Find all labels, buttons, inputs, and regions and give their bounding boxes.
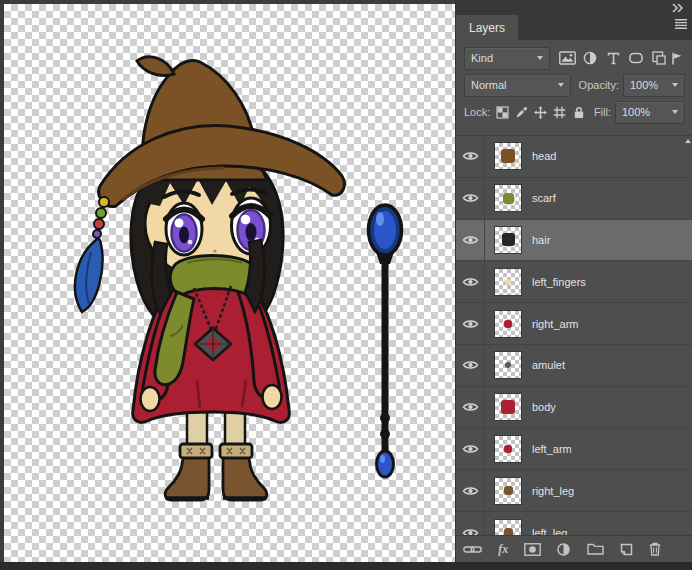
eye-icon [462,318,479,330]
opacity-dropdown[interactable]: 100% [623,74,685,97]
lock-artboards-button[interactable] [551,102,568,122]
artboard-icon [553,106,566,119]
blend-mode-value: Normal [471,79,506,91]
layer-visibility-toggle[interactable] [456,220,485,261]
layer-name[interactable]: body [532,401,556,413]
layer-row[interactable]: right_leg [456,470,692,512]
layer-row[interactable]: left_leg [456,512,692,535]
layer-thumbnail[interactable] [494,142,522,170]
filter-shape-layers-button[interactable] [626,48,647,68]
fill-label: Fill: [594,106,611,118]
status-bar-strip [0,562,692,570]
kind-filter-dropdown[interactable]: Kind [464,47,550,70]
opacity-value: 100% [630,79,658,91]
layer-visibility-toggle[interactable] [456,178,485,219]
move-icon [534,106,547,119]
fx-icon: fx [498,542,508,557]
layer-thumb-content [504,486,513,495]
filter-type-layers-button[interactable] [603,48,624,68]
layer-row[interactable]: head [456,136,692,178]
layer-name[interactable]: left_arm [532,443,572,455]
layer-thumbnail[interactable] [494,519,522,535]
layer-thumbnail[interactable] [494,393,522,421]
add-layer-mask-button[interactable] [524,539,541,559]
link-layers-button[interactable] [463,539,482,559]
half-circle-icon [583,51,597,65]
fill-dropdown[interactable]: 100% [615,101,685,124]
layer-visibility-toggle[interactable] [456,512,485,535]
layer-thumb-content [504,528,513,535]
layer-row[interactable]: right_arm [456,303,692,345]
layer-thumb-content [501,149,515,163]
layer-name[interactable]: hair [532,234,550,246]
layer-visibility-toggle[interactable] [456,387,485,428]
layers-panel: Layers Kind [455,0,692,562]
layer-name[interactable]: right_arm [532,318,578,330]
layer-thumbnail[interactable] [494,435,522,463]
layer-row[interactable]: hair [456,220,692,262]
layer-visibility-toggle[interactable] [456,136,485,177]
chevron-down-icon [672,83,678,87]
blend-mode-dropdown[interactable]: Normal [464,74,571,97]
layer-thumbnail[interactable] [494,477,522,505]
layer-name[interactable]: right_leg [532,485,574,497]
layer-mask-icon [524,543,541,556]
eye-icon [462,276,479,288]
layer-filtering-toggle[interactable] [670,48,685,68]
layer-visibility-toggle[interactable] [456,429,485,470]
layer-visibility-toggle[interactable] [456,470,485,511]
layer-row[interactable]: left_arm [456,429,692,471]
layer-name[interactable]: left_leg [532,527,567,535]
lock-image-pixels-button[interactable] [513,102,530,122]
layers-list: head scarf hair [456,135,692,535]
shape-icon [629,52,643,64]
layer-visibility-toggle[interactable] [456,303,485,344]
half-circ le-icon [557,543,570,556]
new-adjustment-layer-button[interactable] [557,539,570,559]
fill-value: 100% [622,106,650,118]
lock-transparent-pixels-button[interactable] [494,102,511,122]
layer-thumbnail[interactable] [494,351,522,379]
layer-row[interactable]: amulet [456,345,692,387]
layer-row[interactable]: left_fingers [456,261,692,303]
panel-tab-bar: Layers [456,0,692,40]
scrollbar[interactable] [682,136,692,535]
delete-layer-button[interactable] [649,539,661,559]
lock-all-button[interactable] [570,102,587,122]
lock-buttons [494,102,587,122]
layer-thumbnail[interactable] [494,268,522,296]
filter-smart-objects-button[interactable] [649,48,670,68]
tab-layers[interactable]: Layers [456,15,518,40]
filter-adjustment-layers-button[interactable] [580,48,601,68]
new-group-button[interactable] [587,539,604,559]
lock-row: Lock: [464,101,685,123]
layer-visibility-toggle[interactable] [456,261,485,302]
eye-icon [462,485,479,497]
layer-name[interactable]: amulet [532,359,565,371]
chevron-down-icon [537,56,543,60]
layer-visibility-toggle[interactable] [456,345,485,386]
layer-name[interactable]: left_fingers [532,276,586,288]
layer-controls: Kind [456,40,692,135]
layer-row[interactable]: body [456,387,692,429]
layer-thumb-content [504,445,512,453]
eye-icon [462,192,479,204]
layer-thumbnail[interactable] [494,310,522,338]
collapse-to-icons-button[interactable] [668,2,686,14]
layer-row[interactable]: scarf [456,178,692,220]
layer-name[interactable]: head [532,150,556,162]
layer-name[interactable]: scarf [532,192,556,204]
layer-thumb-content [504,320,512,328]
image-icon [559,51,576,65]
document-canvas[interactable] [4,4,455,562]
brush-icon [515,106,528,119]
layer-style-button[interactable]: fx [498,539,508,559]
filter-pixel-layers-button[interactable] [557,48,578,68]
layer-thumbnail[interactable] [494,226,522,254]
lock-position-button[interactable] [532,102,549,122]
new-layer-button[interactable] [620,539,633,559]
panel-menu-button[interactable] [674,16,688,34]
lock-label: Lock: [464,106,490,118]
checkerboard-icon [496,106,509,119]
layer-thumbnail[interactable] [494,184,522,212]
